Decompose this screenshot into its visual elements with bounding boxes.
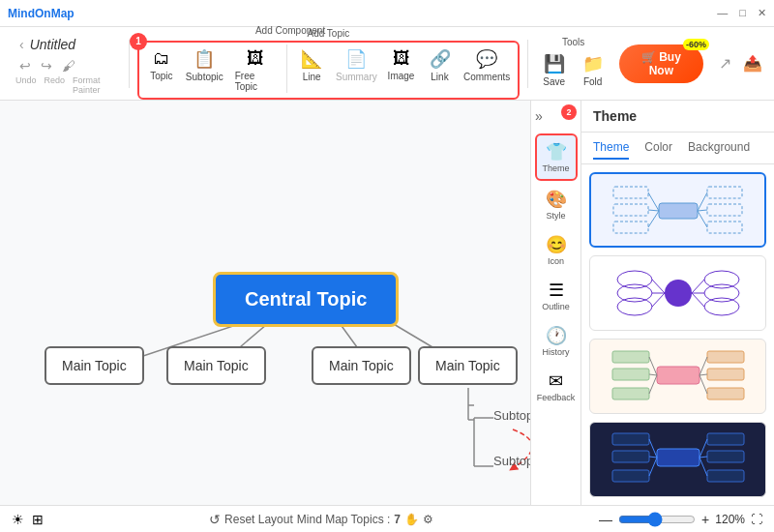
svg-rect-55 xyxy=(707,451,744,462)
svg-line-36 xyxy=(692,293,704,307)
main-topic-3[interactable]: Main Topic xyxy=(312,346,411,385)
maximize-button[interactable]: □ xyxy=(739,7,746,19)
format-painter-button[interactable]: 🖌 xyxy=(58,56,79,75)
svg-point-28 xyxy=(704,271,739,288)
fold-button[interactable]: 📁 Fold xyxy=(575,49,611,91)
side-icon-style[interactable]: 🎨 Style xyxy=(535,183,578,226)
theme-preview-svg-2 xyxy=(610,262,746,325)
svg-rect-15 xyxy=(707,187,742,198)
redo-button[interactable]: ↪ xyxy=(37,56,56,75)
side-icon-icon[interactable]: 😊 Icon xyxy=(535,228,578,272)
nav-controls: ‹ Untitled xyxy=(15,35,75,54)
subtopic-button[interactable]: 📋 Subtopic xyxy=(182,44,227,96)
share-button[interactable]: ↗ xyxy=(715,52,735,74)
side-icon-outline[interactable]: ☰ Outline xyxy=(535,274,578,317)
line-button[interactable]: 📐 Line xyxy=(293,44,330,96)
style-icon: 🎨 xyxy=(546,189,567,210)
theme-label: Theme xyxy=(542,163,569,173)
free-topic-button[interactable]: 🖼 Free Topic xyxy=(229,44,282,96)
summary-label: Summary xyxy=(336,72,377,82)
main-topic-1[interactable]: Main Topic xyxy=(45,346,144,385)
link-button[interactable]: 🔗 Link xyxy=(422,44,459,96)
comments-label: Comments xyxy=(463,72,510,82)
status-bar: ☀ ⊞ ↺ Reset Layout Mind Map Topics : 7 ✋… xyxy=(0,505,774,532)
grid-icon[interactable]: ⊞ xyxy=(32,512,44,527)
side-icon-feedback[interactable]: ✉ Feedback xyxy=(535,365,578,408)
nav-section: ‹ Untitled ↩ ↪ 🖌 Undo Redo Format Painte… xyxy=(8,29,121,99)
undo-button[interactable]: ↩ xyxy=(15,56,35,75)
save-icon: 💾 xyxy=(544,53,565,74)
comments-icon: 💬 xyxy=(476,48,497,70)
icon-label: Icon xyxy=(548,256,564,266)
svg-line-60 xyxy=(700,439,707,458)
image-label: Image xyxy=(388,71,415,81)
side-panel-badge: 2 xyxy=(561,104,577,120)
zoom-out-button[interactable]: — xyxy=(599,512,612,527)
divider-1 xyxy=(129,40,130,88)
main-content: Central Topic Main Topic Main Topic Main… xyxy=(0,101,774,505)
minimize-button[interactable]: — xyxy=(717,7,728,19)
redo-label: Redo xyxy=(45,75,66,95)
svg-rect-51 xyxy=(612,433,649,445)
svg-line-49 xyxy=(700,375,707,394)
subtopic-label: Subtopic xyxy=(186,72,223,82)
divider-2 xyxy=(286,44,287,93)
svg-point-26 xyxy=(617,284,652,302)
zoom-slider[interactable] xyxy=(618,512,696,527)
buy-now-badge: -60% xyxy=(683,39,709,50)
collapse-button[interactable]: » xyxy=(531,104,547,128)
svg-rect-56 xyxy=(707,470,744,482)
save-button[interactable]: 💾 Save xyxy=(536,49,573,91)
svg-point-24 xyxy=(665,280,692,307)
sun-icon[interactable]: ☀ xyxy=(12,512,24,527)
reset-layout-icon[interactable]: ↺ xyxy=(209,512,221,527)
image-button[interactable]: 🖼 Image xyxy=(383,44,420,96)
history-controls: ↩ ↪ 🖌 xyxy=(15,56,79,75)
mind-map-topics-label: Mind Map Topics : xyxy=(297,513,391,526)
buy-now-label: 🛒 Buy Now xyxy=(633,50,690,77)
main-topic-2[interactable]: Main Topic xyxy=(166,346,266,385)
svg-point-27 xyxy=(617,298,652,315)
side-icon-theme[interactable]: 👕 Theme xyxy=(535,133,578,181)
svg-rect-41 xyxy=(707,351,744,363)
zoom-in-button[interactable]: + xyxy=(701,512,709,527)
buy-now-button[interactable]: 🛒 Buy Now -60% xyxy=(619,44,703,83)
format-painter-label: Format Painter xyxy=(73,75,113,95)
back-button[interactable]: ‹ xyxy=(15,35,28,54)
svg-rect-38 xyxy=(612,351,649,363)
settings-status-icon[interactable]: ⚙ xyxy=(423,513,433,526)
close-button[interactable]: ✕ xyxy=(758,7,766,19)
svg-line-58 xyxy=(649,457,657,458)
tab-theme[interactable]: Theme xyxy=(593,136,629,160)
svg-line-59 xyxy=(649,458,657,476)
tab-background[interactable]: Background xyxy=(688,136,750,160)
tools-label: Tools xyxy=(562,37,584,47)
theme-card-2[interactable] xyxy=(589,255,766,331)
subtopic-1[interactable]: Subtopic xyxy=(493,408,530,423)
outline-label: Outline xyxy=(542,302,570,311)
central-topic[interactable]: Central Topic xyxy=(213,272,399,327)
fullscreen-button[interactable]: ⛶ xyxy=(751,513,762,526)
subtopic-2[interactable]: Subtopic xyxy=(493,454,530,468)
main-topic-4[interactable]: Main Topic xyxy=(418,346,518,385)
subtopic-icon: 📋 xyxy=(194,48,215,70)
svg-line-19 xyxy=(648,210,659,211)
side-icon-history[interactable]: 🕐 History xyxy=(535,319,578,363)
canvas[interactable]: Central Topic Main Topic Main Topic Main… xyxy=(0,101,530,505)
export-button[interactable]: 📤 xyxy=(739,52,766,74)
line-label: Line xyxy=(303,72,321,82)
hand-icon[interactable]: ✋ xyxy=(404,513,419,526)
svg-line-46 xyxy=(649,375,657,394)
theme-card-3[interactable] xyxy=(589,339,766,414)
topic-button[interactable]: 🗂 Topic xyxy=(143,44,180,96)
comments-button[interactable]: 💬 Comments xyxy=(461,44,514,96)
svg-rect-39 xyxy=(612,369,649,380)
tab-color[interactable]: Color xyxy=(644,136,672,160)
svg-line-48 xyxy=(700,374,707,375)
history-icon: 🕐 xyxy=(546,325,567,346)
theme-card-1[interactable] xyxy=(589,172,766,248)
summary-button[interactable]: 📄 Summary xyxy=(332,44,380,96)
add-topic-badge: 1 xyxy=(130,33,147,50)
panel-tabs: Theme Color Background xyxy=(581,133,774,164)
theme-card-4[interactable] xyxy=(589,422,766,497)
